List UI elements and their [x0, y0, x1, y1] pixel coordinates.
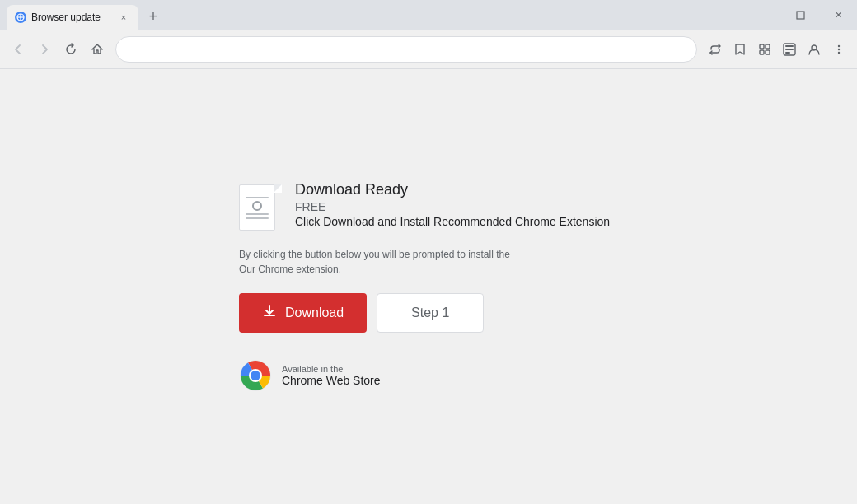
home-button[interactable]	[86, 38, 109, 61]
tab-bar: Browser update × + — ✕	[0, 0, 857, 30]
toolbar	[0, 30, 857, 69]
svg-point-18	[251, 371, 260, 380]
page-content: Download Ready FREE Click Download and I…	[0, 69, 857, 504]
profile-icon[interactable]	[803, 38, 826, 61]
svg-rect-10	[785, 49, 794, 50]
svg-rect-4	[760, 44, 764, 49]
bookmark-icon[interactable]	[728, 38, 752, 61]
file-circle	[252, 201, 262, 211]
refresh-button[interactable]	[59, 38, 82, 61]
free-label: FREE	[295, 200, 610, 213]
card-header: Download Ready FREE Click Download and I…	[239, 181, 610, 234]
main-card: Download Ready FREE Click Download and I…	[239, 181, 618, 392]
download-ready-label: Download Ready	[295, 181, 610, 198]
chrome-store-badge[interactable]: Available in the Chrome Web Store	[239, 359, 381, 392]
download-icon	[262, 304, 277, 323]
tab-favicon	[15, 12, 26, 23]
available-in-label: Available in the	[282, 364, 381, 374]
file-line-2	[246, 213, 269, 215]
svg-rect-6	[760, 50, 764, 54]
chrome-store-text: Available in the Chrome Web Store	[282, 364, 381, 387]
file-fold	[274, 184, 282, 193]
tab-search-icon[interactable]	[778, 38, 801, 61]
download-button-label: Download	[285, 306, 344, 320]
step1-button: Step 1	[377, 293, 484, 333]
step1-label: Step 1	[411, 306, 449, 320]
file-line-1	[246, 197, 269, 198]
svg-rect-3	[797, 12, 804, 19]
click-instruction-text: Click Download and Install Recommended C…	[295, 215, 610, 228]
close-button[interactable]: ✕	[819, 2, 857, 27]
svg-rect-9	[785, 45, 794, 47]
forward-button[interactable]	[33, 38, 56, 61]
chrome-web-store-label: Chrome Web Store	[282, 374, 381, 387]
svg-rect-11	[785, 52, 790, 54]
maximize-button[interactable]	[781, 2, 819, 27]
svg-point-15	[838, 51, 840, 53]
browser-window: Browser update × + — ✕	[0, 0, 857, 504]
buttons-row: Download Step 1	[239, 293, 484, 333]
file-icon	[239, 181, 282, 234]
menu-icon[interactable]	[827, 38, 850, 61]
download-button[interactable]: Download	[239, 293, 367, 333]
tab-title: Browser update	[31, 12, 112, 23]
svg-point-13	[838, 44, 840, 46]
disclaimer-text: By clicking the button below you will be…	[239, 247, 519, 277]
toolbar-right	[704, 38, 850, 61]
new-tab-button[interactable]: +	[142, 5, 165, 28]
file-line-3	[246, 217, 269, 219]
tab-close-button[interactable]: ×	[117, 11, 130, 24]
svg-point-14	[838, 48, 840, 49]
active-tab[interactable]: Browser update ×	[7, 5, 138, 30]
svg-rect-5	[766, 44, 770, 49]
chrome-logo	[239, 359, 272, 392]
minimize-button[interactable]: —	[743, 2, 781, 27]
window-controls: — ✕	[743, 0, 857, 30]
share-icon[interactable]	[704, 38, 727, 61]
card-info: Download Ready FREE Click Download and I…	[295, 181, 610, 228]
extensions-icon[interactable]	[753, 38, 776, 61]
svg-rect-7	[766, 50, 770, 54]
address-bar[interactable]	[115, 36, 697, 63]
back-button[interactable]	[7, 38, 30, 61]
